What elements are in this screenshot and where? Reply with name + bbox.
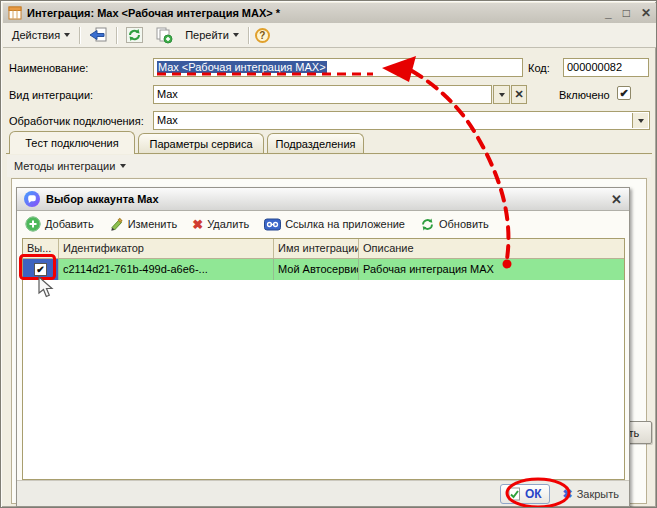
enabled-checkbox[interactable]: ✔	[617, 86, 631, 100]
window-table-icon	[8, 6, 22, 20]
window-title: Интеграция: Max <Рабочая интеграция MAX>…	[27, 7, 600, 19]
connection-handler-combo[interactable]: Max	[153, 111, 650, 130]
column-header-description[interactable]: Описание	[359, 239, 624, 258]
document-add-icon	[155, 27, 173, 44]
integration-window: Интеграция: Max <Рабочая интеграция MAX>…	[0, 0, 657, 508]
add-button-label: Добавить	[45, 218, 94, 230]
accounts-table: Вы... Идентификатор Имя интеграции Описа…	[22, 238, 625, 480]
refresh-icon	[420, 217, 435, 232]
delete-button-label: Удалить	[207, 218, 249, 230]
app-link-icon	[264, 218, 281, 231]
app-link-button-label: Ссылка на приложение	[285, 218, 405, 230]
delete-button[interactable]: ✖ Удалить	[192, 217, 249, 232]
save-record-icon	[89, 27, 107, 43]
refresh-button[interactable]	[123, 25, 146, 45]
account-select-dialog: Выбор аккаунта Max ✕ Добавить Изменить ✖…	[16, 187, 630, 507]
dialog-title: Выбор аккаунта Max	[46, 193, 605, 205]
toolbar-separator	[79, 27, 80, 44]
code-value: 000000082	[567, 61, 622, 73]
ok-button-label: ОК	[525, 487, 542, 501]
close-x-icon: ✖	[563, 487, 573, 501]
refresh-icon	[126, 27, 143, 43]
ok-button[interactable]: ОК	[500, 484, 550, 504]
name-label: Наименование:	[9, 62, 88, 74]
row-checkbox-cell[interactable]: ✔	[23, 259, 59, 280]
tab-service-parameters[interactable]: Параметры сервиса	[138, 133, 264, 153]
column-header-integration-name[interactable]: Имя интеграции	[274, 239, 359, 258]
dialog-footer: ОК ✖ Закрыть	[17, 480, 629, 506]
toolbar-separator	[248, 27, 249, 44]
row-checkbox[interactable]: ✔	[34, 263, 47, 276]
dialog-close-label: Закрыть	[577, 488, 619, 500]
copy-document-button[interactable]	[152, 25, 176, 46]
refresh-list-button[interactable]: Обновить	[420, 217, 489, 232]
tab-label: Подразделения	[276, 138, 356, 150]
row-name-cell[interactable]: Мой Автосервис	[274, 259, 359, 280]
table-header-row: Вы... Идентификатор Имя интеграции Описа…	[23, 239, 624, 259]
row-identifier-cell[interactable]: c2114d21-761b-499d-a6e6-...	[59, 259, 274, 280]
chevron-down-icon	[499, 93, 505, 97]
integration-type-combo[interactable]: Max	[153, 85, 492, 104]
chevron-down-icon	[233, 33, 239, 37]
connection-handler-value: Max	[157, 114, 178, 126]
refresh-list-button-label: Обновить	[439, 218, 489, 230]
minimize-icon[interactable]: _	[605, 6, 612, 20]
enabled-label: Включено	[559, 89, 610, 101]
dialog-close-button[interactable]: ✖ Закрыть	[563, 487, 619, 501]
column-header-selected[interactable]: Вы...	[23, 239, 59, 258]
goto-menu-label: Перейти	[185, 29, 229, 41]
name-value-selected: Max <Рабочая интеграция MAX>	[157, 61, 327, 73]
name-input[interactable]: Max <Рабочая интеграция MAX>	[153, 58, 523, 77]
table-row[interactable]: ✔ c2114d21-761b-499d-a6e6-... Мой Автосе…	[23, 259, 624, 280]
connection-handler-label: Обработчик подключения:	[9, 115, 144, 127]
integration-type-value: Max	[157, 88, 178, 100]
max-messenger-icon	[24, 191, 40, 207]
goto-menu-button[interactable]: Перейти	[182, 27, 242, 43]
chevron-down-icon	[638, 119, 644, 123]
dialog-toolbar: Добавить Изменить ✖ Удалить Ссылка на пр…	[17, 212, 629, 236]
row-description-cell[interactable]: Рабочая интеграция MAX	[359, 259, 624, 280]
app-link-button[interactable]: Ссылка на приложение	[264, 218, 405, 231]
tab-label: Параметры сервиса	[149, 138, 252, 150]
tab-connection-test[interactable]: Тест подключения	[9, 131, 135, 154]
main-toolbar: Действия Перейти ?	[3, 23, 656, 48]
integration-methods-menu[interactable]: Методы интеграции	[7, 155, 651, 177]
add-button[interactable]: Добавить	[25, 216, 94, 232]
actions-menu-button[interactable]: Действия	[9, 27, 73, 43]
edit-button-label: Изменить	[128, 218, 178, 230]
delete-icon: ✖	[192, 217, 203, 232]
ok-check-icon	[508, 487, 521, 501]
code-input[interactable]: 000000082	[563, 58, 649, 77]
integration-type-label: Вид интеграции:	[9, 89, 93, 101]
close-icon[interactable]: ✕	[641, 6, 651, 20]
column-header-identifier[interactable]: Идентификатор	[59, 239, 274, 258]
maximize-icon[interactable]: □	[623, 6, 630, 20]
chevron-down-icon	[64, 33, 70, 37]
connection-handler-dropdown-button[interactable]	[632, 113, 648, 128]
chevron-down-icon	[120, 164, 126, 168]
dialog-close-icon[interactable]: ✕	[611, 192, 622, 207]
window-titlebar: Интеграция: Max <Рабочая интеграция MAX>…	[3, 3, 656, 23]
integration-methods-label: Методы интеграции	[14, 160, 115, 172]
save-record-button[interactable]	[86, 25, 110, 45]
dialog-titlebar: Выбор аккаунта Max ✕	[17, 188, 629, 211]
tab-departments[interactable]: Подразделения	[267, 133, 364, 153]
help-icon[interactable]: ?	[255, 28, 270, 43]
toolbar-separator	[116, 27, 117, 44]
pencil-icon	[109, 217, 124, 232]
tab-label: Тест подключения	[25, 137, 118, 149]
add-icon	[25, 216, 41, 232]
edit-button[interactable]: Изменить	[109, 217, 178, 232]
integration-type-clear-button[interactable]: ✕	[511, 85, 527, 104]
code-label: Код:	[528, 62, 550, 74]
integration-type-dropdown-button[interactable]	[493, 85, 510, 104]
actions-menu-label: Действия	[12, 29, 60, 41]
